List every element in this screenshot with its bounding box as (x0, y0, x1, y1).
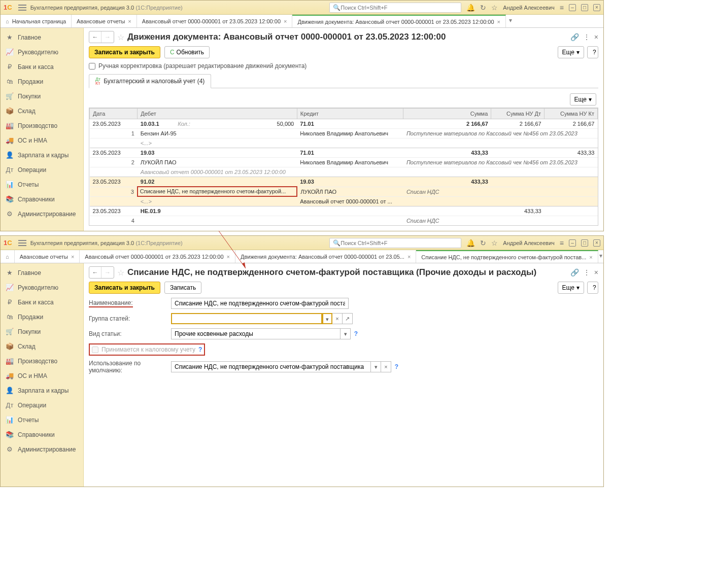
tab-home[interactable]: ⌂Начальная страница (1, 15, 72, 27)
tab-3-active[interactable]: Движения документа: Авансовый отчет 0000… (292, 15, 506, 27)
sidebar-item[interactable]: ⚙Администрирование (1, 206, 83, 221)
col-nukt[interactable]: Сумма НУ Кт (545, 109, 598, 119)
tax-checkbox[interactable] (92, 347, 98, 353)
star-icon[interactable]: ☆ (491, 239, 498, 247)
sidebar-item[interactable]: 📚Справочники (1, 192, 83, 206)
user-name[interactable]: Андрей Алексеевич (503, 5, 555, 11)
save-button[interactable]: Записать (164, 282, 201, 294)
sidebar-item[interactable]: 👤Зарплата и кадры (1, 383, 83, 398)
search-input[interactable] (341, 5, 458, 11)
bell-icon[interactable]: 🔔 (466, 4, 475, 12)
sidebar-item[interactable]: 📈Руководителю (1, 280, 83, 295)
accounting-tab[interactable]: ДтКт Бухгалтерский и налоговый учет (4) (89, 74, 211, 88)
tab-2[interactable]: Авансовый отчет 0000-000001 от 23.05.202… (80, 250, 235, 263)
tab-4-active[interactable]: Списание НДС, не подтвержденного счетом-… (416, 250, 598, 263)
sidebar-item[interactable]: 📚Справочники (1, 427, 83, 442)
group-input[interactable] (171, 313, 322, 324)
type-input[interactable] (171, 328, 341, 339)
table-row[interactable]: 23.05.202319.0371.01433,33433,33 (90, 148, 598, 158)
kebab-icon[interactable]: ⋮ (583, 268, 590, 276)
sidebar-item[interactable]: ДтОперации (1, 398, 83, 412)
maximize-button[interactable]: □ (581, 239, 588, 247)
tab-close-icon[interactable]: × (407, 254, 411, 260)
tab-close-icon[interactable]: × (227, 254, 230, 260)
manual-edit-checkbox[interactable] (89, 63, 95, 70)
sidebar-item[interactable]: ★Главное (1, 30, 83, 45)
sidebar-item[interactable]: 🚚ОС и НМА (1, 368, 83, 383)
tax-help[interactable]: ? (198, 346, 202, 353)
sidebar-item[interactable]: 🛒Покупки (1, 324, 83, 339)
sidebar-item[interactable]: 👤Зарплата и кадры (1, 148, 83, 162)
forward-button[interactable]: → (101, 267, 114, 278)
tab-close-icon[interactable]: × (589, 254, 592, 260)
sidebar-item[interactable]: 📦Склад (1, 103, 83, 118)
sidebar-item[interactable]: 🛒Покупки (1, 89, 83, 103)
tab-close-icon[interactable]: × (71, 254, 74, 260)
tab-1[interactable]: Авансовые отчеты× (72, 15, 137, 27)
col-credit[interactable]: Кредит (297, 109, 403, 119)
close-page-icon[interactable]: × (594, 33, 598, 41)
more-button[interactable]: Еще ▾ (558, 46, 584, 58)
group-dropdown[interactable]: ▾ (322, 313, 332, 324)
search-input[interactable] (341, 240, 458, 246)
minimize-button[interactable]: – (569, 4, 576, 11)
table-row[interactable]: 23.05.202391.0219.03433,33 (90, 177, 598, 187)
default-help[interactable]: ? (395, 363, 398, 370)
default-input[interactable] (171, 361, 371, 372)
table-row[interactable]: 23.05.202310.03.1Кол.:50,00071.012 166,6… (90, 119, 598, 129)
star-icon[interactable]: ☆ (491, 4, 498, 12)
group-clear[interactable]: × (332, 313, 343, 324)
tab-1[interactable]: Авансовые отчеты× (15, 250, 80, 263)
default-clear[interactable]: × (381, 361, 391, 372)
close-page-icon[interactable]: × (594, 268, 598, 276)
sidebar-item[interactable]: ⚙Администрирование (1, 442, 83, 457)
sidebar-item[interactable]: 📈Руководителю (1, 45, 83, 59)
history-icon[interactable]: ↻ (480, 239, 486, 247)
settings-icon[interactable]: ≡ (560, 239, 564, 247)
menu-icon[interactable] (18, 5, 26, 11)
tab-2[interactable]: Авансовый отчет 0000-000001 от 23.05.202… (137, 15, 293, 27)
settings-icon[interactable]: ≡ (560, 4, 564, 12)
menu-icon[interactable] (18, 240, 26, 246)
user-name[interactable]: Андрей Алексеевич (503, 240, 555, 246)
tabs-dropdown[interactable]: ▾ (506, 15, 515, 27)
tab-3[interactable]: Движения документа: Авансовый отчет 0000… (235, 250, 416, 263)
help-button[interactable]: ? (587, 46, 598, 58)
col-debit[interactable]: Дебет (138, 109, 297, 119)
col-sum[interactable]: Сумма (403, 109, 491, 119)
more-button[interactable]: Еще ▾ (558, 282, 584, 294)
maximize-button[interactable]: □ (581, 4, 588, 11)
sidebar-item[interactable]: 📦Склад (1, 339, 83, 354)
sidebar-item[interactable]: 📊Отчеты (1, 177, 83, 192)
minimize-button[interactable]: – (569, 239, 576, 247)
sidebar-item[interactable]: 🛍Продажи (1, 309, 83, 324)
sidebar-item[interactable]: 🏭Производство (1, 118, 83, 133)
group-open[interactable]: ↗ (343, 313, 353, 324)
type-help[interactable]: ? (354, 330, 358, 337)
sidebar-item[interactable]: ₽Банк и касса (1, 295, 83, 309)
tab-close-icon[interactable]: × (284, 18, 287, 24)
tab-home[interactable]: ⌂ (1, 250, 15, 263)
sidebar-item[interactable]: 🏭Производство (1, 354, 83, 368)
sidebar-item[interactable]: 🛍Продажи (1, 74, 83, 89)
type-dropdown[interactable]: ▾ (341, 328, 351, 339)
tabs-dropdown[interactable]: ▾ (598, 250, 603, 263)
default-dropdown[interactable]: ▾ (371, 361, 381, 372)
close-window-button[interactable]: × (593, 4, 600, 11)
save-close-button[interactable]: Записать и закрыть (89, 282, 160, 294)
link-icon[interactable]: 🔗 (570, 268, 579, 276)
refresh-button[interactable]: CОбновить (164, 46, 210, 58)
close-window-button[interactable]: × (593, 239, 600, 247)
tab-close-icon[interactable]: × (128, 18, 131, 24)
col-nudt[interactable]: Сумма НУ Дт (491, 109, 545, 119)
sidebar-item[interactable]: 🚚ОС и НМА (1, 133, 83, 148)
sidebar-item[interactable]: ★Главное (1, 265, 83, 280)
sidebar-item[interactable]: ДтОперации (1, 162, 83, 177)
forward-button[interactable]: → (101, 31, 114, 43)
bell-icon[interactable]: 🔔 (466, 239, 475, 247)
help-button[interactable]: ? (587, 282, 598, 294)
search-box[interactable]: 🔍 (329, 3, 461, 13)
favorite-icon[interactable]: ☆ (117, 32, 124, 42)
name-input[interactable] (171, 298, 349, 309)
history-icon[interactable]: ↻ (480, 4, 486, 12)
